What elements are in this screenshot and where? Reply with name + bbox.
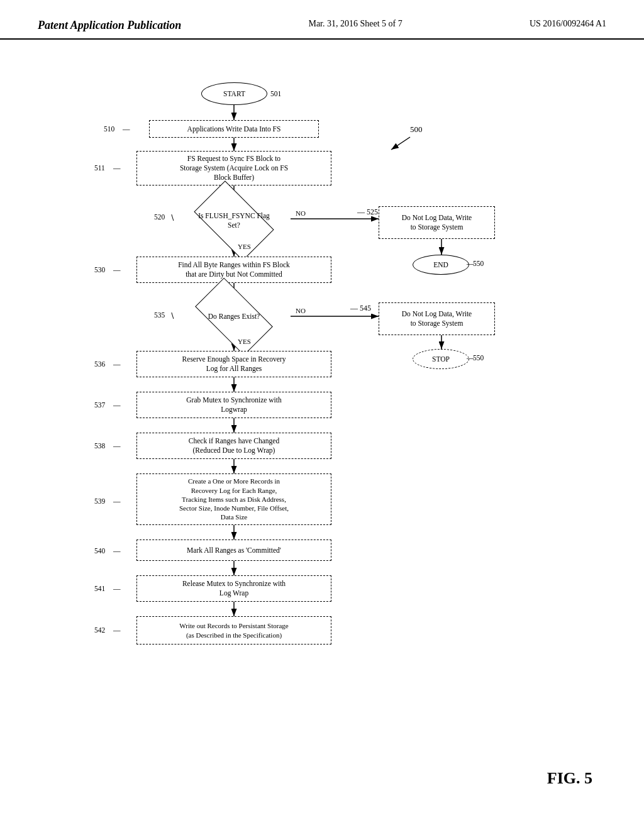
ref-530: 530 <box>94 266 105 274</box>
ref-542: 542 <box>94 626 105 634</box>
diagram-area: 500 START 501 Applications Write Data In… <box>39 52 605 807</box>
ref-525: — 525 <box>357 208 378 217</box>
dash-536: — <box>113 360 121 368</box>
dash-538: — <box>113 442 121 450</box>
dash-530: — <box>113 266 121 274</box>
label-no-520: NO <box>296 209 306 217</box>
node-510: Applications Write Data Into FS <box>149 120 319 138</box>
node-535: Do Ranges Exist? <box>190 294 278 338</box>
ref-520: 520 <box>154 213 165 221</box>
label-yes-535: YES <box>238 338 251 345</box>
ref-501: 501 <box>270 90 281 97</box>
node-540: Mark All Ranges as 'Committed' <box>136 540 331 561</box>
node-538: Check if Ranges have Changed (Reduced Du… <box>136 433 331 459</box>
ref-539: 539 <box>94 497 105 505</box>
node-530: Find All Byte Ranges within FS Block tha… <box>136 257 331 283</box>
figure-ref-500: 500 <box>410 124 423 135</box>
ref-stop: 550 <box>473 354 484 362</box>
node-541: Release Mutex to Synchronize with Log Wr… <box>136 575 331 602</box>
fig-label: FIG. 5 <box>547 769 592 788</box>
node-511: FS Request to Sync FS Block to Storage S… <box>136 151 331 185</box>
dash-510: — <box>123 125 130 133</box>
svg-line-17 <box>391 137 410 150</box>
label-no-535: NO <box>296 307 306 314</box>
ref-end: 550 <box>473 260 484 267</box>
label-yes-520: YES <box>238 243 251 250</box>
publication-title: Patent Application Publication <box>38 19 181 32</box>
dash-520: ∖ <box>170 213 175 222</box>
node-536: Reserve Enough Space in Recovery Log for… <box>136 351 331 377</box>
dash-stop: — <box>467 354 474 362</box>
node-539: Create a One or More Records in Recovery… <box>136 473 331 525</box>
dash-537: — <box>113 401 121 409</box>
dash-535: ∖ <box>170 311 175 320</box>
ref-536: 536 <box>94 360 105 368</box>
dash-539: — <box>113 497 121 505</box>
patent-number: US 2016/0092464 A1 <box>530 19 606 29</box>
ref-545: — 545 <box>350 304 371 313</box>
dash-542: — <box>113 626 121 634</box>
page-header: Patent Application Publication Mar. 31, … <box>0 0 644 40</box>
ref-511: 511 <box>94 164 105 172</box>
node-520: Is FLUSH_FSYNC Flag Set? <box>190 197 278 244</box>
dash-541: — <box>113 585 121 592</box>
node-525: Do Not Log Data, Write to Storage System <box>379 206 495 239</box>
dash-540: — <box>113 547 121 555</box>
ref-540: 540 <box>94 547 105 555</box>
ref-510: 510 <box>104 125 114 133</box>
ref-538: 538 <box>94 442 105 450</box>
node-542: Write out Records to Persistant Storage … <box>136 616 331 645</box>
ref-541: 541 <box>94 585 105 592</box>
node-537: Grab Mutex to Synchronize with Logwrap <box>136 392 331 418</box>
ref-537: 537 <box>94 401 105 409</box>
ref-535: 535 <box>154 311 165 319</box>
end-node: END <box>413 255 469 275</box>
start-node: START <box>201 82 267 105</box>
sheet-info: Mar. 31, 2016 Sheet 5 of 7 <box>308 19 402 29</box>
dash-511: — <box>113 164 121 172</box>
dash-end: — <box>467 260 474 267</box>
node-545: Do Not Log Data, Write to Storage System <box>379 302 495 335</box>
stop-node: STOP <box>413 349 469 369</box>
